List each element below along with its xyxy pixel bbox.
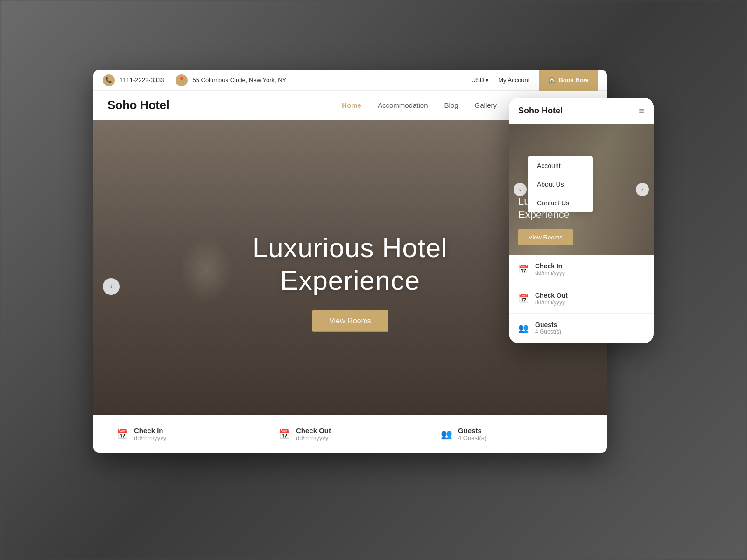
mobile-nav: Soho Hotel ≡ [509, 98, 654, 124]
guests-info: Guests 4 Guest(s) [458, 427, 486, 441]
guests-field[interactable]: 👥 Guests 4 Guest(s) [431, 427, 593, 441]
mobile-guests-info: Guests 4 Guest(s) [535, 321, 561, 335]
checkin-field[interactable]: 📅 Check In dd/mm/yyyy [107, 427, 269, 441]
currency-dropdown[interactable]: USD ▾ [472, 77, 489, 84]
view-rooms-button[interactable]: View Rooms [312, 310, 388, 332]
dropdown-item-about[interactable]: About Us [528, 175, 593, 194]
checkin-icon: 📅 [117, 428, 128, 440]
nav-logo: Soho Hotel [107, 98, 169, 112]
guests-icon: 👥 [441, 428, 452, 440]
address-text: 55 Columbus Circle, New York, NY [192, 77, 286, 84]
my-account-link[interactable]: My Account [498, 77, 529, 84]
checkout-field[interactable]: 📅 Check Out dd/mm/yyyy [269, 427, 431, 441]
mobile-guests-icon: 👥 [518, 323, 529, 333]
hero-content: Luxurious Hotel Experience View Rooms [253, 231, 448, 332]
checkout-info: Check Out dd/mm/yyyy [296, 427, 331, 441]
location-icon: 📍 [176, 74, 188, 86]
top-bar-right: USD ▾ My Account 🏠 Book Now [472, 70, 598, 91]
scene-wrapper: 📞 1111-2222-3333 📍 55 Columbus Circle, N… [93, 70, 654, 490]
mobile-view-rooms-button[interactable]: View Rooms [518, 229, 573, 245]
mobile-guests-field[interactable]: 👥 Guests 4 Guest(s) [509, 314, 654, 343]
booking-bar: 📅 Check In dd/mm/yyyy 📅 Check Out dd/mm/… [93, 415, 607, 453]
book-icon: 🏠 [548, 77, 556, 84]
mobile-checkout-icon: 📅 [518, 294, 529, 304]
nav-link-accommodation[interactable]: Accommodation [378, 101, 428, 109]
top-bar: 📞 1111-2222-3333 📍 55 Columbus Circle, N… [93, 70, 607, 91]
dropdown-item-account[interactable]: Account [528, 156, 593, 175]
mobile-prev-arrow[interactable]: ‹ [514, 183, 527, 196]
phone-icon: 📞 [103, 74, 115, 86]
mobile-checkin-field[interactable]: 📅 Check In dd/mm/yyyy [509, 255, 654, 284]
nav-link-blog[interactable]: Blog [444, 101, 458, 109]
mobile-checkout-field[interactable]: 📅 Check Out dd/mm/yyyy [509, 284, 654, 314]
mobile-browser: Soho Hotel ≡ ‹ › Luxurious Hotel Experie… [509, 98, 654, 343]
nav-link-home[interactable]: Home [342, 101, 361, 109]
mobile-checkin-icon: 📅 [518, 264, 529, 274]
dropdown-menu: Account About Us Contact Us [528, 156, 593, 212]
mobile-menu-icon[interactable]: ≡ [639, 105, 644, 116]
mobile-checkout-info: Check Out dd/mm/yyyy [535, 292, 568, 306]
phone-number: 1111-2222-3333 [120, 77, 164, 84]
mobile-checkin-info: Check In dd/mm/yyyy [535, 262, 565, 276]
checkout-icon: 📅 [279, 428, 290, 440]
nav-link-gallery[interactable]: Gallery [475, 101, 497, 109]
hero-title: Luxurious Hotel Experience [253, 231, 448, 296]
book-now-button[interactable]: 🏠 Book Now [539, 70, 598, 91]
hero-prev-arrow[interactable]: ‹ [103, 278, 120, 295]
mobile-logo: Soho Hotel [518, 106, 563, 116]
checkin-info: Check In dd/mm/yyyy [134, 427, 166, 441]
dropdown-item-contact[interactable]: Contact Us [528, 194, 593, 212]
mobile-booking: 📅 Check In dd/mm/yyyy 📅 Check Out dd/mm/… [509, 255, 654, 343]
mobile-next-arrow[interactable]: › [636, 183, 649, 196]
